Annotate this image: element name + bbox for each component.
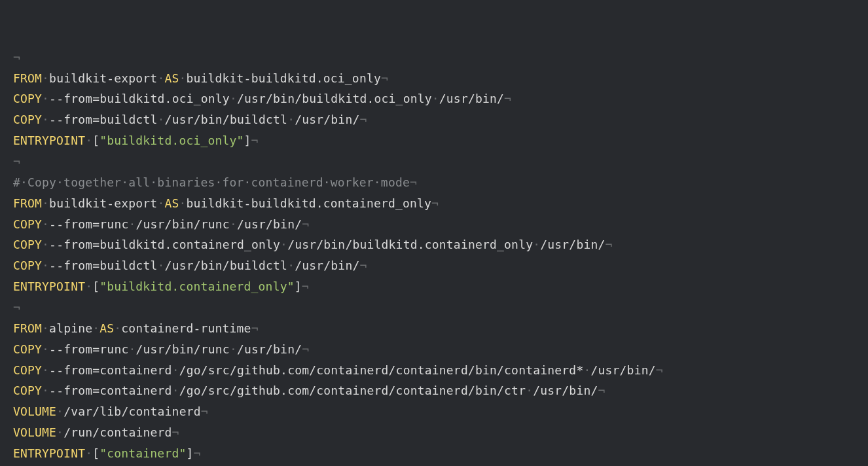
code-line: FROM·buildkit-export·AS·buildkit-buildki… (13, 68, 868, 89)
code-line: COPY·--from=buildkitd.containerd_only·/u… (13, 234, 868, 255)
code-line: ENTRYPOINT·["buildkitd.oci_only"]¬ (13, 130, 868, 151)
code-line: COPY·--from=containerd·/go/src/github.co… (13, 360, 868, 381)
code-line: #·Copy·together·all·binaries·for·contain… (13, 172, 868, 193)
code-line: ¬ (13, 47, 868, 68)
code-line: COPY·--from=containerd·/go/src/github.co… (13, 380, 868, 401)
code-line: ¬ (13, 297, 868, 318)
code-line: FROM·alpine·AS·containerd-runtime¬ (13, 318, 868, 339)
code-line: ¬ (13, 151, 868, 172)
code-line: COPY·--from=buildctl·/usr/bin/buildctl·/… (13, 255, 868, 276)
code-line: COPY·--from=runc·/usr/bin/runc·/usr/bin/… (13, 339, 868, 360)
code-line: COPY·--from=runc·/usr/bin/runc·/usr/bin/… (13, 214, 868, 235)
code-line: COPY·--from=buildkitd.oci_only·/usr/bin/… (13, 88, 868, 109)
code-line: COPY·--from=buildctl·/usr/bin/buildctl·/… (13, 109, 868, 130)
code-line: ENTRYPOINT·["containerd"]¬ (13, 443, 868, 464)
code-line: FROM·buildkit-export·AS·buildkit-buildki… (13, 193, 868, 214)
code-line: VOLUME·/var/lib/containerd¬ (13, 401, 868, 422)
code-line: VOLUME·/run/containerd¬ (13, 422, 868, 443)
code-line: ENTRYPOINT·["buildkitd.containerd_only"]… (13, 276, 868, 297)
code-editor[interactable]: ¬FROM·buildkit-export·AS·buildkit-buildk… (13, 47, 868, 466)
